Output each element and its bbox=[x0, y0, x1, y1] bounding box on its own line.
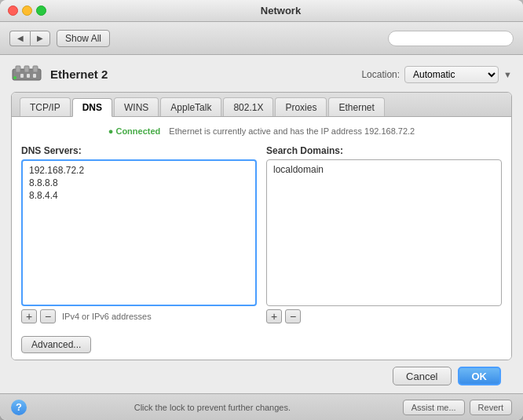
help-button[interactable]: ? bbox=[11, 400, 27, 415]
network-window: Network ◀ ▶ Show All bbox=[0, 0, 523, 420]
window-title: Network bbox=[46, 5, 515, 16]
remove-dns-server-button[interactable]: − bbox=[40, 309, 56, 323]
search-domains-column: Search Domains: localdomain + − bbox=[266, 145, 502, 323]
add-search-domain-button[interactable]: + bbox=[266, 309, 282, 323]
location-row: Location: Automatic ▼ bbox=[361, 66, 512, 83]
remove-search-domain-button[interactable]: − bbox=[285, 309, 301, 323]
tab-content: ● Connected Ethernet is currently active… bbox=[12, 117, 511, 333]
ethernet-header: Ethernet 2 Location: Automatic ▼ bbox=[11, 63, 512, 86]
assist-button[interactable]: Assist me... bbox=[403, 400, 465, 415]
list-item: 8.8.8.8 bbox=[26, 177, 252, 189]
dns-servers-column: DNS Servers: 192.168.72.2 8.8.8.8 8.8.4.… bbox=[21, 145, 257, 323]
titlebar: Network bbox=[0, 0, 523, 22]
search-domains-controls: + − bbox=[266, 309, 502, 323]
location-dropdown-icon: ▼ bbox=[503, 70, 512, 79]
tabs-container: TCP/IP DNS WINS AppleTalk 802.1X bbox=[12, 93, 511, 117]
cancel-button[interactable]: Cancel bbox=[393, 367, 451, 385]
revert-button[interactable]: Revert bbox=[470, 400, 512, 415]
list-item: 8.8.4.4 bbox=[26, 189, 252, 202]
list-item: 192.168.72.2 bbox=[26, 164, 252, 177]
tab-wins[interactable]: WINS bbox=[114, 97, 159, 116]
show-all-button[interactable]: Show All bbox=[57, 30, 110, 47]
svg-point-7 bbox=[13, 76, 16, 79]
tab-dns[interactable]: DNS bbox=[72, 98, 112, 117]
svg-rect-6 bbox=[33, 74, 36, 78]
nav-buttons: ◀ ▶ bbox=[9, 31, 50, 46]
tab-8021x[interactable]: 802.1X bbox=[223, 97, 273, 116]
svg-rect-1 bbox=[16, 66, 20, 72]
lock-text: Click the lock to prevent further change… bbox=[134, 403, 291, 412]
tab-proxies[interactable]: Proxies bbox=[275, 97, 327, 116]
svg-rect-4 bbox=[20, 74, 24, 78]
right-content: Ethernet 2 Location: Automatic ▼ TCP/IP bbox=[0, 55, 523, 393]
bottom-bar: ? Click the lock to prevent further chan… bbox=[0, 393, 523, 420]
dns-servers-label: DNS Servers: bbox=[21, 145, 257, 156]
bottom-section: Cancel OK bbox=[11, 360, 512, 393]
search-input[interactable] bbox=[388, 31, 514, 46]
device-name: Ethernet 2 bbox=[50, 68, 108, 81]
minimize-button[interactable] bbox=[22, 5, 32, 16]
close-button[interactable] bbox=[8, 5, 18, 16]
svg-rect-5 bbox=[27, 74, 30, 78]
dns-servers-list: 192.168.72.2 8.8.8.8 8.8.4.4 bbox=[23, 161, 255, 305]
maximize-button[interactable] bbox=[36, 5, 46, 16]
back-button[interactable]: ◀ bbox=[9, 31, 30, 46]
panel-bottom: Advanced... bbox=[12, 333, 511, 360]
dns-hint: IPv4 or IPv6 addresses bbox=[62, 312, 152, 321]
location-select[interactable]: Automatic bbox=[404, 66, 499, 83]
main-area: Ethernet 2 Location: Automatic ▼ TCP/IP bbox=[0, 55, 523, 393]
tab-ethernet[interactable]: Ethernet bbox=[328, 97, 384, 116]
main-panel: TCP/IP DNS WINS AppleTalk 802.1X bbox=[11, 92, 512, 360]
status-line: ● Connected Ethernet is currently active… bbox=[21, 126, 502, 136]
toolbar: ◀ ▶ Show All bbox=[0, 22, 523, 55]
svg-rect-3 bbox=[33, 66, 38, 72]
dns-section: DNS Servers: 192.168.72.2 8.8.8.8 8.8.4.… bbox=[21, 145, 502, 323]
tab-tcpip[interactable]: TCP/IP bbox=[20, 97, 71, 116]
traffic-lights bbox=[8, 5, 46, 16]
search-domains-list: localdomain bbox=[267, 160, 501, 305]
dns-servers-list-container: 192.168.72.2 8.8.8.8 8.8.4.4 bbox=[21, 159, 257, 306]
ok-button[interactable]: OK bbox=[458, 367, 502, 385]
svg-rect-2 bbox=[24, 66, 29, 72]
list-item: localdomain bbox=[270, 163, 498, 176]
forward-button[interactable]: ▶ bbox=[30, 31, 50, 46]
tab-appletalk[interactable]: AppleTalk bbox=[160, 97, 221, 116]
advanced-button[interactable]: Advanced... bbox=[21, 336, 91, 353]
dns-servers-controls: + − IPv4 or IPv6 addresses bbox=[21, 309, 257, 323]
location-label: Location: bbox=[361, 69, 400, 80]
search-domains-label: Search Domains: bbox=[266, 145, 502, 156]
add-dns-server-button[interactable]: + bbox=[21, 309, 37, 323]
search-domains-list-container: localdomain bbox=[266, 159, 502, 306]
ethernet-icon bbox=[11, 63, 42, 86]
